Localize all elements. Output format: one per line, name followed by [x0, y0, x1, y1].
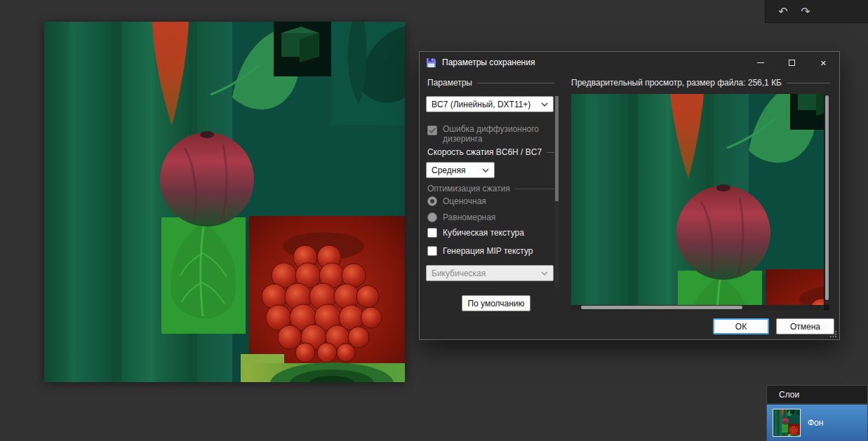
cubemap-label: Кубическая текстура: [443, 228, 524, 238]
scrollbar-thumb[interactable]: [555, 96, 559, 201]
window-controls: ×: [745, 52, 839, 73]
cancel-button[interactable]: Отмена: [776, 318, 834, 334]
optimization-group-header: Оптимизация сжатия: [427, 184, 554, 194]
layers-panel-title: Слои: [767, 386, 867, 404]
layer-thumbnail: [773, 409, 801, 437]
image-canvas[interactable]: [44, 22, 405, 382]
ok-button[interactable]: ОК: [713, 318, 769, 334]
chevron-down-icon: [541, 271, 548, 276]
uniform-radio-label: Равномерная: [443, 212, 495, 222]
preview-vertical-scrollbar[interactable]: [824, 94, 829, 305]
mip-filter-dropdown: Бикубическая: [426, 265, 554, 281]
format-dropdown[interactable]: BC7 (Линейный, DXT11+): [426, 96, 554, 112]
parameters-scrollbar[interactable]: [555, 96, 559, 287]
preview-texture: [571, 94, 824, 305]
group-rule: [477, 83, 554, 83]
maximize-button[interactable]: [776, 52, 808, 73]
minimize-icon: [757, 62, 764, 63]
dialog-title: Параметры сохранения: [442, 57, 535, 67]
mipmap-checkbox[interactable]: [427, 246, 437, 256]
speed-group-label: Скорость сжатия BC6H / BC7: [427, 147, 542, 157]
scrollbar-thumb[interactable]: [825, 95, 829, 300]
dialog-titlebar[interactable]: Параметры сохранения ×: [420, 52, 839, 73]
group-rule: [547, 152, 554, 153]
speed-group-header: Скорость сжатия BC6H / BC7: [427, 147, 554, 157]
parameters-group-header: Параметры: [427, 78, 554, 88]
layers-panel: Слои Фон: [766, 385, 868, 441]
uniform-radio: [427, 212, 437, 222]
estimated-option: Оценочная: [427, 196, 486, 206]
maximize-icon: [789, 60, 795, 66]
app-window: ↶ ↷ Параметры сохранения × Параметры: [0, 0, 868, 441]
dithering-option: Ошибка диффузионного дизеринга: [427, 124, 548, 144]
preview-pane: [571, 94, 829, 311]
save-icon: [426, 57, 436, 68]
history-toolbar: ↶ ↷: [765, 0, 868, 23]
cubemap-option[interactable]: Кубическая текстура: [427, 228, 524, 238]
layer-name: Фон: [808, 418, 823, 428]
cubemap-checkbox[interactable]: [427, 228, 437, 238]
preview-header-label: Предварительный просмотр, размер файла: …: [571, 78, 782, 88]
texture-image: [44, 22, 405, 382]
preview-horizontal-scrollbar[interactable]: [571, 305, 824, 311]
speed-dropdown-value: Средняя: [432, 165, 465, 175]
layers-panel-title-label: Слои: [779, 390, 799, 400]
estimated-radio-label: Оценочная: [443, 196, 486, 206]
preview-image: [571, 94, 824, 305]
defaults-button[interactable]: По умолчанию: [462, 295, 530, 311]
undo-icon[interactable]: ↶: [774, 3, 792, 20]
group-rule: [515, 189, 554, 189]
optimization-group-label: Оптимизация сжатия: [427, 184, 510, 194]
close-button[interactable]: ×: [808, 52, 839, 73]
chevron-down-icon: [482, 168, 489, 172]
chevron-down-icon: [541, 102, 548, 107]
format-dropdown-value: BC7 (Линейный, DXT11+): [432, 100, 530, 109]
mip-filter-dropdown-value: Бикубическая: [432, 269, 486, 278]
redo-icon[interactable]: ↷: [796, 3, 815, 20]
save-options-dialog: Параметры сохранения × Параметры BC7 (Ли…: [419, 51, 840, 340]
scrollbar-thumb[interactable]: [581, 306, 742, 309]
speed-dropdown[interactable]: Средняя: [426, 162, 495, 178]
dithering-checkbox: [427, 125, 437, 135]
resize-grip[interactable]: [830, 330, 837, 337]
mipmap-label: Генерация MIP текстур: [443, 246, 533, 256]
dithering-label: Ошибка диффузионного дизеринга: [443, 124, 548, 144]
group-rule: [787, 83, 830, 83]
mipmap-option[interactable]: Генерация MIP текстур: [427, 246, 533, 256]
uniform-option: Равномерная: [427, 212, 495, 222]
estimated-radio: [427, 196, 437, 206]
layer-row[interactable]: Фон: [767, 405, 867, 441]
preview-group-header: Предварительный просмотр, размер файла: …: [571, 78, 830, 88]
minimize-button[interactable]: [745, 52, 776, 73]
parameters-group-label: Параметры: [427, 78, 472, 88]
